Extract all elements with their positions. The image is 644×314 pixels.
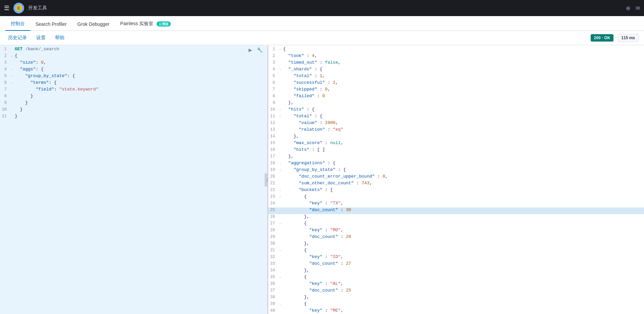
resp-line-37: 37 "doc_count" : 25 — [268, 288, 644, 295]
time-badge: 115 ms — [618, 34, 639, 42]
resp-line-34: 34 }, — [268, 268, 644, 274]
resp-line-38: 38 }, — [268, 295, 644, 301]
resp-line-26: 26 }, — [268, 214, 644, 221]
resp-line-14: 14 }, — [268, 134, 644, 140]
tab-grok-debugger[interactable]: Grok Debugger — [72, 18, 115, 31]
resp-line-31: 31 - { — [268, 248, 644, 254]
resp-line-1: 1 - { — [268, 47, 644, 53]
app-logo — [13, 3, 24, 13]
resp-line-3: 3 "timed_out" : false, — [268, 60, 644, 67]
resp-line-20: 20 "doc_count_error_upper_bound" : 0, — [268, 174, 644, 181]
run-button[interactable]: ▶ — [247, 47, 254, 53]
options-button[interactable]: 🔧 — [256, 47, 264, 53]
editor-line-8: 8 } — [0, 93, 267, 100]
resp-line-17: 17 }, — [268, 154, 644, 161]
editor-line-4: 4 - "aggs": { — [0, 67, 267, 73]
editor-line-11: 11 } — [0, 114, 267, 120]
editor-line-6: 6 - "terms": { — [0, 80, 267, 87]
app-title: 开发工具 — [28, 5, 47, 11]
resp-line-36: 36 "key" : "AL", — [268, 281, 644, 288]
resp-line-5: 5 "total" : 1, — [268, 73, 644, 80]
resp-line-10: 10 - "hits" : { — [268, 107, 644, 114]
editor-toolbar-icons: ▶ 🔧 — [247, 47, 264, 53]
resp-line-7: 7 "skipped" : 0, — [268, 87, 644, 93]
resp-line-4: 4 - "_shards" : { — [268, 67, 644, 73]
status-badge: 200 - OK — [591, 34, 614, 42]
resp-line-35: 35 - { — [268, 274, 644, 281]
menu-icon[interactable]: ☰ — [4, 4, 9, 12]
resp-line-18: 18 - "aggregations" : { — [268, 161, 644, 167]
editor-line-2: 2 - { — [0, 53, 267, 60]
editor-line-1: 1 GET /bank/_search — [0, 47, 267, 53]
svg-point-3 — [17, 6, 19, 10]
editor-content[interactable]: ▶ 🔧 1 GET /bank/_search 2 - { 3 "size": … — [0, 45, 267, 314]
editor-line-7: 7 "field": "state.keyword" — [0, 87, 267, 93]
resp-line-19: 19 - "group_by_state" : { — [268, 167, 644, 174]
tab-painless[interactable]: Painless 实验室 公测版 — [115, 17, 176, 31]
settings-button[interactable]: 设置 — [34, 34, 48, 42]
response-content: 1 - { 2 "took" : 4, 3 "timed_out" : fals… — [268, 45, 644, 314]
resp-line-15: 15 "max_score" : null, — [268, 140, 644, 147]
resp-line-32: 32 "key" : "ID", — [268, 254, 644, 261]
mail-icon[interactable]: ✉ — [636, 5, 640, 11]
editor-line-9: 9 } — [0, 100, 267, 107]
painless-badge: 公测版 — [157, 21, 171, 26]
elastic-logo-icon — [15, 4, 22, 12]
divider-handle[interactable]: ‖ — [265, 173, 268, 187]
resp-line-6: 6 "successful" : 1, — [268, 80, 644, 87]
resp-line-21: 21 "sum_other_doc_count" : 743, — [268, 181, 644, 187]
editor-line-10: 10 } — [0, 107, 267, 114]
editor-line-5: 5 - "group_by_state": { — [0, 73, 267, 80]
tab-console[interactable]: 控制台 — [5, 17, 30, 31]
resp-line-24: 24 "key" : "TX", — [268, 201, 644, 207]
top-bar: ☰ 开发工具 ⊕ ✉ — [0, 0, 644, 16]
resp-line-28: 28 "key" : "MD", — [268, 228, 644, 234]
top-bar-actions: ⊕ ✉ — [626, 5, 640, 11]
editor-pane[interactable]: ▶ 🔧 1 GET /bank/_search 2 - { 3 "size": … — [0, 45, 268, 314]
resp-line-12: 12 "value" : 1000, — [268, 120, 644, 127]
resp-line-16: 16 "hits" : [ ] — [268, 147, 644, 154]
main-area: ▶ 🔧 1 GET /bank/_search 2 - { 3 "size": … — [0, 45, 644, 314]
resp-line-39: 39 - { — [268, 301, 644, 308]
help-button[interactable]: 帮助 — [52, 34, 67, 42]
resp-line-11: 11 - "total" : { — [268, 114, 644, 120]
share-icon[interactable]: ⊕ — [626, 5, 630, 11]
resp-line-9: 9 }, — [268, 100, 644, 107]
resp-line-40: 40 "key" : "ME", — [268, 308, 644, 314]
resp-line-23: 23 - { — [268, 194, 644, 201]
toolbar: 历史记录 设置 帮助 200 - OK 115 ms — [0, 31, 644, 45]
resp-line-30: 30 }, — [268, 241, 644, 248]
resp-line-22: 22 - "buckets" : [ — [268, 187, 644, 194]
resp-line-33: 33 "doc_count" : 27 — [268, 261, 644, 268]
resp-line-27: 27 - { — [268, 221, 644, 228]
resp-line-13: 13 "relation" : "eq" — [268, 127, 644, 134]
resp-line-29: 29 "doc_count" : 28 — [268, 234, 644, 241]
history-button[interactable]: 历史记录 — [5, 34, 30, 42]
resp-line-25: 25 "doc_count" : 30 — [268, 207, 644, 214]
tab-search-profiler[interactable]: Search Profiler — [30, 18, 72, 31]
resp-line-2: 2 "took" : 4, — [268, 53, 644, 60]
resp-line-8: 8 "failed" : 0 — [268, 93, 644, 100]
tab-bar: 控制台 Search Profiler Grok Debugger Painle… — [0, 16, 644, 31]
editor-line-3: 3 "size": 0, — [0, 60, 267, 67]
response-pane: 1 - { 2 "took" : 4, 3 "timed_out" : fals… — [268, 45, 644, 314]
